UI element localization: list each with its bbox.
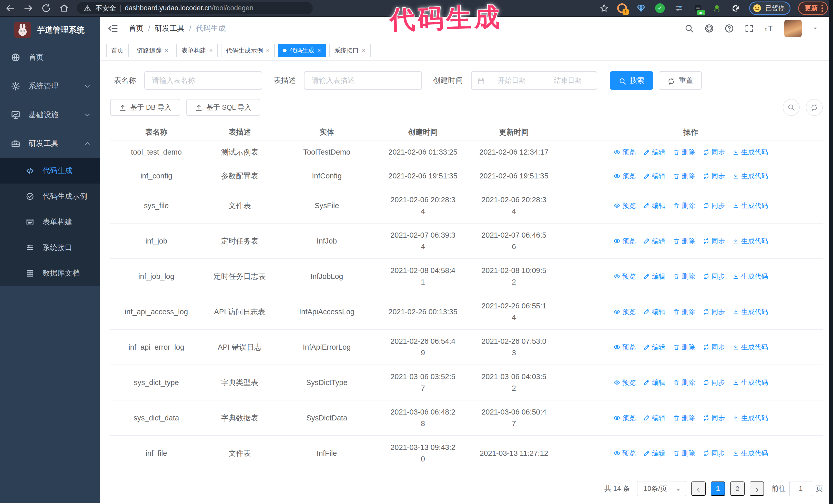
extension-icon-orange[interactable]: 1 <box>616 3 628 14</box>
action-download-link[interactable]: 生成代码 <box>733 306 768 318</box>
sidebar-fold-icon[interactable] <box>108 23 118 34</box>
search-button[interactable]: 搜索 <box>610 71 653 90</box>
action-trash-link[interactable]: 删除 <box>673 341 695 353</box>
sidebar-subitem-form[interactable]: 表单构建 <box>0 209 100 235</box>
reload-icon[interactable] <box>41 3 51 13</box>
sidebar-subitem-sliders[interactable]: 系统接口 <box>0 235 100 261</box>
action-sync-link[interactable]: 同步 <box>703 235 725 247</box>
breadcrumb-item[interactable]: 首页 <box>129 23 144 33</box>
action-eye-link[interactable]: 预览 <box>614 448 636 459</box>
pager-page-2[interactable]: 2 <box>730 481 744 496</box>
breadcrumb-item[interactable]: 研发工具 <box>155 23 185 33</box>
action-sync-link[interactable]: 同步 <box>703 170 725 182</box>
sidebar-subitem-dbGrid[interactable]: 数据库文档 <box>0 261 100 286</box>
action-sync-link[interactable]: 同步 <box>703 341 725 353</box>
action-trash-link[interactable]: 删除 <box>673 271 695 282</box>
action-edit-link[interactable]: 编辑 <box>643 170 665 182</box>
table-name-input[interactable] <box>144 71 262 90</box>
action-download-link[interactable]: 生成代码 <box>733 200 768 212</box>
browser-profile-chip[interactable]: 已暂停 <box>749 2 790 15</box>
bookmark-star-icon[interactable] <box>599 4 609 13</box>
action-download-link[interactable]: 生成代码 <box>733 235 768 247</box>
action-sync-link[interactable]: 同步 <box>703 377 725 388</box>
extension-icon-sliders[interactable] <box>673 3 685 14</box>
action-eye-link[interactable]: 预览 <box>614 377 636 388</box>
extension-icon-green-check[interactable]: ✓ <box>654 3 666 14</box>
extension-icon-dark-on[interactable]: on <box>692 3 704 14</box>
browser-menu-icon[interactable] <box>822 5 823 12</box>
action-sync-link[interactable]: 同步 <box>703 448 725 459</box>
font-size-icon[interactable]: tT <box>764 24 774 33</box>
help-icon[interactable] <box>724 24 734 33</box>
action-trash-link[interactable]: 删除 <box>673 235 695 247</box>
action-eye-link[interactable]: 预览 <box>614 412 636 424</box>
action-download-link[interactable]: 生成代码 <box>733 146 768 158</box>
goto-page-input[interactable] <box>789 481 812 496</box>
action-edit-link[interactable]: 编辑 <box>643 448 665 459</box>
action-download-link[interactable]: 生成代码 <box>733 377 768 388</box>
toggle-search-button[interactable] <box>783 99 800 116</box>
action-eye-link[interactable]: 预览 <box>614 341 636 353</box>
action-edit-link[interactable]: 编辑 <box>643 271 665 282</box>
avatar-caret-down-icon[interactable] <box>812 25 819 32</box>
action-edit-link[interactable]: 编辑 <box>643 412 665 424</box>
action-trash-link[interactable]: 删除 <box>673 412 695 424</box>
action-sync-link[interactable]: 同步 <box>703 306 725 318</box>
action-eye-link[interactable]: 预览 <box>614 200 636 212</box>
tab-close-icon[interactable]: × <box>209 47 213 54</box>
sidebar-item-globe[interactable]: 首页 <box>0 43 100 72</box>
action-eye-link[interactable]: 预览 <box>614 235 636 247</box>
tab-close-icon[interactable]: × <box>362 47 365 54</box>
action-edit-link[interactable]: 编辑 <box>643 377 665 388</box>
action-download-link[interactable]: 生成代码 <box>733 412 768 424</box>
action-download-link[interactable]: 生成代码 <box>733 170 768 182</box>
tab-view[interactable]: 首页 <box>106 44 129 57</box>
pager-next-button[interactable] <box>750 481 764 496</box>
header-search-icon[interactable] <box>684 24 694 33</box>
tab-view[interactable]: 系统接口× <box>329 44 371 57</box>
refresh-table-button[interactable] <box>806 99 823 116</box>
extension-icon-gem[interactable] <box>635 3 647 14</box>
action-trash-link[interactable]: 删除 <box>673 200 695 212</box>
action-eye-link[interactable]: 预览 <box>614 271 636 282</box>
address-bar[interactable]: 不安全 dashboard.yudao.iocoder.cn/tool/code… <box>77 2 313 14</box>
sidebar-item-monitor[interactable]: 基础设施 <box>0 100 100 129</box>
fullscreen-icon[interactable] <box>744 24 754 33</box>
github-icon[interactable] <box>704 24 714 33</box>
import-db-button[interactable]: 基于 DB 导入 <box>110 99 180 116</box>
extensions-puzzle-icon[interactable] <box>730 3 741 14</box>
action-trash-link[interactable]: 删除 <box>673 377 695 388</box>
action-edit-link[interactable]: 编辑 <box>643 235 665 247</box>
action-trash-link[interactable]: 删除 <box>673 170 695 182</box>
extension-icon-green-monkey[interactable] <box>711 3 722 14</box>
action-download-link[interactable]: 生成代码 <box>733 271 768 282</box>
action-eye-link[interactable]: 预览 <box>614 146 636 158</box>
page-size-select[interactable]: 10条/页 <box>637 481 686 496</box>
tab-view[interactable]: 链路追踪× <box>132 44 173 57</box>
table-desc-input[interactable] <box>304 71 422 90</box>
date-range-picker[interactable]: 开始日期 - 结束日期 <box>471 71 597 90</box>
sidebar-item-toolbox[interactable]: 研发工具 <box>0 129 100 158</box>
sidebar-subitem-badgeCheck[interactable]: 代码生成示例 <box>0 184 100 209</box>
tab-active[interactable]: 代码生成× <box>278 44 326 57</box>
action-sync-link[interactable]: 同步 <box>703 200 725 212</box>
action-edit-link[interactable]: 编辑 <box>643 306 665 318</box>
back-icon[interactable] <box>5 3 15 13</box>
user-avatar[interactable] <box>784 20 802 37</box>
tab-close-icon[interactable]: × <box>165 47 168 54</box>
tab-close-icon[interactable]: × <box>266 47 270 54</box>
action-eye-link[interactable]: 预览 <box>614 306 636 318</box>
pager-prev-button[interactable] <box>691 481 706 496</box>
action-trash-link[interactable]: 删除 <box>673 146 695 158</box>
home-icon[interactable] <box>59 3 69 13</box>
tab-view[interactable]: 表单构建× <box>176 44 218 57</box>
action-download-link[interactable]: 生成代码 <box>733 341 768 353</box>
action-sync-link[interactable]: 同步 <box>703 146 725 158</box>
action-sync-link[interactable]: 同步 <box>703 412 725 424</box>
tab-close-icon[interactable]: × <box>317 47 321 54</box>
tab-view[interactable]: 代码生成示例× <box>221 44 275 57</box>
forward-icon[interactable] <box>23 3 33 13</box>
action-trash-link[interactable]: 删除 <box>673 306 695 318</box>
action-trash-link[interactable]: 删除 <box>673 448 695 459</box>
sidebar-item-gear[interactable]: 系统管理 <box>0 72 100 100</box>
